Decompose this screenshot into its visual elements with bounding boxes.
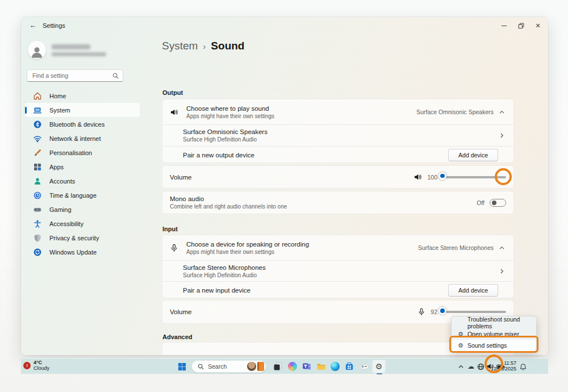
- sidebar-item-apps[interactable]: Apps: [25, 160, 140, 174]
- mono-audio-title: Mono audio: [170, 195, 287, 202]
- sidebar-item-personalisation[interactable]: Personalisation: [25, 145, 140, 160]
- close-button[interactable]: ✕: [529, 17, 546, 34]
- chevron-up-icon: [458, 364, 464, 370]
- annotation-ring-tray-speaker: [485, 355, 503, 373]
- sidebar-item-label: Windows Update: [49, 249, 97, 256]
- user-profile[interactable]: [28, 41, 106, 59]
- input-volume-value: 92: [431, 308, 437, 315]
- chevron-up-icon[interactable]: [499, 109, 505, 115]
- settings-search[interactable]: [27, 69, 123, 82]
- weather-widget[interactable]: ! 4°C Cloudy: [23, 360, 49, 372]
- sidebar-item-bluetooth[interactable]: Bluetooth & devices: [25, 117, 140, 131]
- start-button[interactable]: [177, 361, 187, 372]
- windows-update-icon: [33, 248, 42, 257]
- sidebar-item-label: Accessibility: [49, 220, 83, 227]
- breadcrumb-system[interactable]: System: [162, 40, 198, 52]
- system-icon: [33, 106, 42, 115]
- search-input[interactable]: [27, 72, 112, 79]
- network-tray-button[interactable]: [476, 361, 485, 372]
- menu-item-label: Troubleshoot sound problems: [467, 316, 536, 330]
- mono-audio-subtitle: Combine left and right audio channels in…: [170, 203, 287, 210]
- output-selected-device: Surface Omnisonic Speakers: [416, 109, 494, 115]
- output-device-desc: Surface High Definition Audio: [183, 136, 268, 143]
- bell-icon: [520, 363, 527, 370]
- globe-icon: [477, 363, 485, 370]
- sidebar-item-gaming[interactable]: Gaming: [25, 202, 140, 216]
- add-output-device-button[interactable]: Add device: [448, 149, 498, 161]
- windows-logo-icon: [178, 362, 186, 371]
- input-volume-slider[interactable]: [442, 311, 506, 313]
- menu-item-troubleshoot[interactable]: Troubleshoot sound problems: [452, 317, 536, 328]
- sidebar-item-label: Bluetooth & devices: [49, 121, 105, 128]
- output-pair-label: Pair a new output device: [183, 152, 254, 159]
- chevron-up-icon[interactable]: [499, 245, 505, 251]
- search-highlight-avatar: [247, 362, 256, 371]
- copilot-button[interactable]: [287, 361, 298, 372]
- output-volume-value: 100: [427, 174, 437, 181]
- sidebar-item-system[interactable]: System: [25, 103, 140, 117]
- microsoft-store-button[interactable]: [344, 361, 354, 372]
- folder-icon: [316, 362, 326, 372]
- mono-audio-card: Mono audio Combine left and right audio …: [162, 191, 514, 214]
- input-volume-thumb[interactable]: [438, 307, 446, 315]
- settings-window: ← Settings ✕: [21, 17, 548, 355]
- sidebar-item-label: Privacy & security: [49, 235, 99, 241]
- tray-chevron-up-button[interactable]: [456, 361, 465, 372]
- restore-button[interactable]: [512, 17, 529, 34]
- output-section-label: Output: [162, 89, 183, 96]
- cloud-icon: ☁: [467, 363, 474, 370]
- output-device-row[interactable]: Surface Omnisonic Speakers Surface High …: [162, 125, 513, 147]
- mono-audio-toggle[interactable]: [490, 199, 506, 207]
- sidebar-item-time-language[interactable]: Time & language: [25, 188, 140, 202]
- input-device-row[interactable]: Surface Stereo Microphones Surface High …: [162, 261, 513, 282]
- weather-temp: 4°C: [34, 360, 49, 365]
- advanced-section-label: Advanced: [162, 333, 193, 340]
- restore-icon: [518, 23, 524, 29]
- microphone-icon: [170, 244, 179, 252]
- teams-button[interactable]: [302, 361, 312, 372]
- accessibility-icon: [33, 219, 42, 228]
- sidebar-item-privacy[interactable]: Privacy & security: [25, 231, 140, 245]
- output-volume-thumb[interactable]: [438, 172, 446, 180]
- quick-look-button[interactable]: [359, 361, 369, 372]
- output-chooser-row[interactable]: Choose where to play sound Apps might ha…: [162, 99, 513, 125]
- input-device-card: Choose a device for speaking or recordin…: [162, 235, 514, 298]
- input-selected-device: Surface Stereo Microphones: [418, 244, 494, 251]
- alert-badge-icon: !: [23, 362, 31, 369]
- notifications-button[interactable]: [519, 361, 528, 372]
- sidebar-item-accessibility[interactable]: Accessibility: [25, 216, 140, 231]
- output-pair-row: Pair a new output device Add device: [162, 147, 513, 164]
- user-name-redacted: [52, 44, 106, 56]
- sidebar-item-label: Personalisation: [49, 149, 92, 156]
- input-chooser-subtitle: Apps might have their own settings: [186, 249, 309, 255]
- speaker-icon[interactable]: [414, 173, 422, 181]
- edge-button[interactable]: [330, 361, 340, 372]
- output-device-card: Choose where to play sound Apps might ha…: [162, 99, 514, 163]
- taskbar: ! 4°C Cloudy Search: [21, 358, 548, 374]
- sidebar-item-windows-update[interactable]: Windows Update: [25, 245, 140, 259]
- weather-condition: Cloudy: [34, 365, 49, 371]
- back-icon[interactable]: ←: [28, 20, 38, 31]
- person-icon: [30, 44, 44, 59]
- microphone-icon[interactable]: [417, 308, 425, 316]
- taskbar-search[interactable]: Search: [191, 360, 266, 373]
- settings-app-button[interactable]: ⚙: [372, 360, 386, 373]
- sidebar-item-home[interactable]: Home: [25, 89, 140, 103]
- input-chooser-row[interactable]: Choose a device for speaking or recordin…: [162, 235, 513, 261]
- network-icon: [33, 134, 42, 143]
- output-volume-label: Volume: [170, 174, 191, 181]
- task-view-button[interactable]: [273, 361, 283, 372]
- page-title: Sound: [211, 40, 244, 52]
- avatar: [28, 41, 46, 59]
- edge-icon: [331, 362, 340, 371]
- sidebar-item-accounts[interactable]: Accounts: [25, 174, 140, 188]
- speaker-icon: [170, 108, 179, 116]
- onedrive-tray-button[interactable]: ☁: [466, 361, 475, 372]
- file-explorer-button[interactable]: [316, 361, 326, 372]
- sidebar-item-network[interactable]: Network & internet: [25, 131, 140, 145]
- mono-audio-state: Off: [477, 199, 485, 206]
- sidebar-item-label: Network & internet: [49, 135, 101, 142]
- teams-icon: [302, 362, 311, 371]
- gaming-icon: [33, 205, 42, 214]
- add-input-device-button[interactable]: Add device: [448, 284, 498, 297]
